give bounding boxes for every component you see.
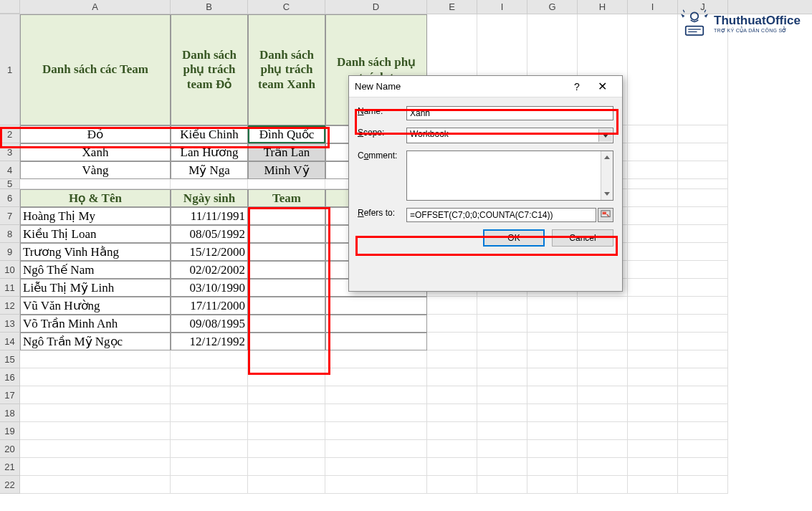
cell-A4[interactable]: Vàng xyxy=(20,161,171,179)
row-header-14[interactable]: 14 xyxy=(0,333,20,350)
row-18: 18 xyxy=(0,404,812,422)
select-all-corner[interactable] xyxy=(0,0,20,14)
row-header-1[interactable]: 1 xyxy=(0,14,20,125)
row-header-17[interactable]: 17 xyxy=(0,386,20,404)
row-20: 20 xyxy=(0,440,812,458)
row-header-19[interactable]: 19 xyxy=(0,422,20,440)
dialog-help-button[interactable]: ? xyxy=(566,81,588,92)
cell-C11[interactable] xyxy=(248,279,325,297)
ok-button[interactable]: OK xyxy=(483,229,545,247)
cell-B9[interactable]: 15/12/2000 xyxy=(171,243,248,261)
row-header-18[interactable]: 18 xyxy=(0,404,20,422)
textarea-scrollbar[interactable] xyxy=(601,151,613,200)
scope-select[interactable]: Workbook xyxy=(406,128,613,143)
collapse-dialog-button[interactable] xyxy=(598,208,613,222)
cell-B7[interactable]: 11/11/1991 xyxy=(171,207,248,225)
row-header-4[interactable]: 4 xyxy=(0,161,20,179)
refers-to-label: Refers to: xyxy=(358,208,406,218)
scroll-down-icon[interactable] xyxy=(601,188,613,200)
cell-B4[interactable]: Mỹ Nga xyxy=(171,161,248,179)
comment-label: Comment: xyxy=(358,151,406,161)
cell-A1[interactable]: Danh sách các Team xyxy=(20,14,171,125)
cell-C4[interactable]: Minh Vỹ xyxy=(248,161,325,179)
row-header-16[interactable]: 16 xyxy=(0,368,20,386)
col-header-G[interactable]: G xyxy=(527,0,578,14)
cell-A7[interactable]: Hoàng Thị My xyxy=(20,207,171,225)
cell-A12[interactable]: Vũ Văn Hường xyxy=(20,297,171,315)
row-22: 22 xyxy=(0,476,812,494)
row-13: 13 Võ Trần Minh Anh 09/08/1995 xyxy=(0,315,812,333)
cell-C10[interactable] xyxy=(248,261,325,279)
row-header-7[interactable]: 7 xyxy=(0,207,20,225)
cell-B11[interactable]: 03/10/1990 xyxy=(171,279,248,297)
row-header-10[interactable]: 10 xyxy=(0,261,20,279)
row-header-8[interactable]: 8 xyxy=(0,225,20,243)
row-header-5[interactable]: 5 xyxy=(0,179,20,189)
col-header-A[interactable]: A xyxy=(20,0,171,14)
cell-C1[interactable]: Danh sách phụ trách team Xanh xyxy=(248,14,325,125)
svg-rect-3 xyxy=(686,27,704,35)
col-header-H[interactable]: H xyxy=(578,0,628,14)
col-header-B[interactable]: B xyxy=(171,0,248,14)
cell-B1[interactable]: Danh sách phụ trách team Đỏ xyxy=(171,14,248,125)
cell-B14[interactable]: 12/12/1992 xyxy=(171,333,248,350)
cell-B13[interactable]: 09/08/1995 xyxy=(171,315,248,333)
row-header-22[interactable]: 22 xyxy=(0,476,20,494)
cell-C12[interactable] xyxy=(248,297,325,315)
col-header-C[interactable]: C xyxy=(248,0,325,14)
name-input[interactable] xyxy=(406,106,613,120)
row-header-20[interactable]: 20 xyxy=(0,440,20,458)
row-header-9[interactable]: 9 xyxy=(0,243,20,261)
svg-point-2 xyxy=(691,12,699,20)
cell-C9[interactable] xyxy=(248,243,325,261)
cell-B10[interactable]: 02/02/2002 xyxy=(171,261,248,279)
row-header-12[interactable]: 12 xyxy=(0,297,20,315)
cell-A2[interactable]: Đỏ xyxy=(20,125,171,143)
col-header-E[interactable]: E xyxy=(427,0,477,14)
dialog-close-button[interactable]: ✕ xyxy=(588,80,616,93)
cell-A13[interactable]: Võ Trần Minh Anh xyxy=(20,315,171,333)
row-header-15[interactable]: 15 xyxy=(0,350,20,368)
scroll-up-icon[interactable] xyxy=(601,151,613,163)
refers-to-input[interactable] xyxy=(406,208,596,222)
cell-A10[interactable]: Ngô Thế Nam xyxy=(20,261,171,279)
cell-C6[interactable]: Team xyxy=(248,189,325,207)
cell-A3[interactable]: Xanh xyxy=(20,143,171,161)
dialog-title: New Name xyxy=(355,81,566,92)
col-header-I[interactable]: I xyxy=(477,0,527,14)
row-16: 16 xyxy=(0,368,812,386)
dialog-titlebar[interactable]: New Name ? ✕ xyxy=(349,76,622,97)
cell-D12[interactable] xyxy=(325,297,427,315)
comment-textarea[interactable] xyxy=(406,151,613,201)
row-header-21[interactable]: 21 xyxy=(0,458,20,476)
cell-A9[interactable]: Trương Vinh Hằng xyxy=(20,243,171,261)
cell-B2[interactable]: Kiều Chinh xyxy=(171,125,248,143)
cell-A8[interactable]: Kiều Thị Loan xyxy=(20,225,171,243)
col-header-I2[interactable]: I xyxy=(628,0,678,14)
cell-B12[interactable]: 17/11/2000 xyxy=(171,297,248,315)
cell-B3[interactable]: Lan Hương xyxy=(171,143,248,161)
logo-icon xyxy=(679,9,710,39)
svg-rect-1 xyxy=(603,212,606,215)
cell-C8[interactable] xyxy=(248,225,325,243)
logo-title: ThuthuatOffice xyxy=(714,14,801,28)
cell-C14[interactable] xyxy=(248,333,325,350)
cell-B8[interactable]: 08/05/1992 xyxy=(171,225,248,243)
row-header-6[interactable]: 6 xyxy=(0,189,20,207)
cell-D13[interactable] xyxy=(325,315,427,333)
row-header-11[interactable]: 11 xyxy=(0,279,20,297)
cell-A14[interactable]: Ngô Trần Mỹ Ngọc xyxy=(20,333,171,350)
cell-A11[interactable]: Liễu Thị Mỹ Linh xyxy=(20,279,171,297)
cell-C3[interactable]: Trần Lan xyxy=(248,143,325,161)
row-header-3[interactable]: 3 xyxy=(0,143,20,161)
col-header-D[interactable]: D xyxy=(325,0,427,14)
cell-C7[interactable] xyxy=(248,207,325,225)
cell-D14[interactable] xyxy=(325,333,427,350)
cell-A6[interactable]: Họ & Tên xyxy=(20,189,171,207)
row-header-2[interactable]: 2 xyxy=(0,125,20,143)
cell-B6[interactable]: Ngày sinh xyxy=(171,189,248,207)
cancel-button[interactable]: Cancel xyxy=(552,229,613,247)
cell-C2[interactable]: Đình Quốc xyxy=(248,125,325,143)
row-header-13[interactable]: 13 xyxy=(0,315,20,333)
cell-C13[interactable] xyxy=(248,315,325,333)
